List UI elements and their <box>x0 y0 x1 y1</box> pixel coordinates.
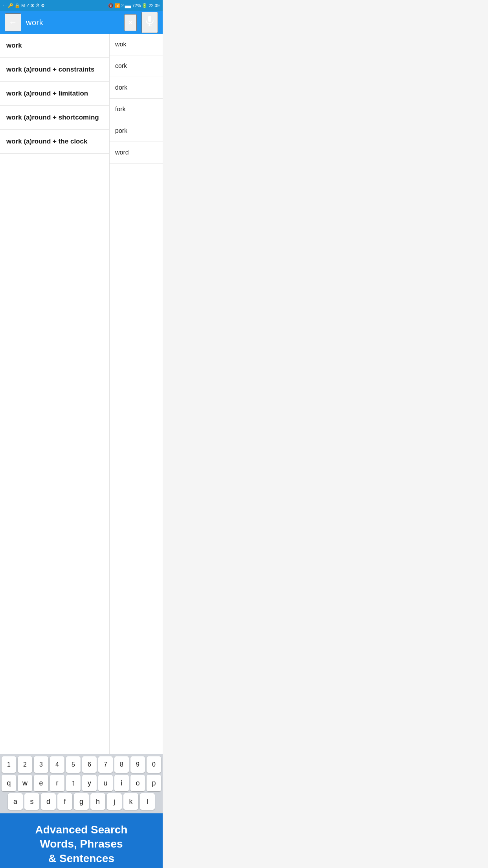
key-1[interactable]: 1 <box>2 756 16 773</box>
email-icon: ✉ <box>31 3 34 8</box>
status-bar: ··· 🔑 🔒 M ✓ ✉ ⏱ ⚙ 🔇 📶 2 ▄▄ 72% 🔋 22:09 <box>0 0 163 11</box>
time-display: 22:09 <box>149 3 160 8</box>
key-3[interactable]: 3 <box>34 756 48 773</box>
right-suggestions-panel: wok cork dork fork pork word <box>110 34 163 754</box>
menu-icon: ··· <box>3 3 7 8</box>
key-g[interactable]: g <box>74 793 89 810</box>
key-icon: 🔑 <box>8 3 13 8</box>
svg-rect-0 <box>148 16 151 22</box>
key-2[interactable]: 2 <box>18 756 32 773</box>
search-bar: ← work × <box>0 11 163 34</box>
signal-icon: ▄▄ <box>125 3 131 8</box>
keyboard-row-numbers: 1 2 3 4 5 6 7 8 9 0 <box>2 756 161 773</box>
suggestion-item-work-shortcoming[interactable]: work (a)round + shortcoming <box>0 106 109 130</box>
check-icon: ✓ <box>26 3 29 8</box>
key-0[interactable]: 0 <box>147 756 161 773</box>
key-4[interactable]: 4 <box>50 756 64 773</box>
status-icons-left: ··· 🔑 🔒 M ✓ ✉ ⏱ ⚙ <box>3 3 45 8</box>
key-5[interactable]: 5 <box>66 756 81 773</box>
key-e[interactable]: e <box>34 775 48 791</box>
key-y[interactable]: y <box>82 775 97 791</box>
key-k[interactable]: k <box>123 793 138 810</box>
suggestion-item-work-constraints[interactable]: work (a)round + constraints <box>0 58 109 82</box>
key-r[interactable]: r <box>50 775 64 791</box>
search-query-text: work <box>26 18 119 27</box>
lock-icon: 🔒 <box>15 3 20 8</box>
battery-icon: 🔋 <box>142 3 147 8</box>
word-suggestion-wok[interactable]: wok <box>110 34 163 55</box>
key-s[interactable]: s <box>24 793 39 810</box>
gmail-icon: M <box>21 3 25 8</box>
key-l[interactable]: l <box>140 793 155 810</box>
suggestions-container: work work (a)round + constraints work (a… <box>0 34 163 754</box>
key-6[interactable]: 6 <box>82 756 97 773</box>
clear-button[interactable]: × <box>124 14 137 31</box>
battery-percent: 72% <box>132 3 141 8</box>
settings-icon: ⚙ <box>41 3 45 8</box>
key-q[interactable]: q <box>2 775 16 791</box>
banner: Advanced Search Words, Phrases & Sentenc… <box>0 813 163 868</box>
mic-button[interactable] <box>141 12 158 33</box>
timer-icon: ⏱ <box>35 3 40 8</box>
key-p[interactable]: p <box>147 775 161 791</box>
key-h[interactable]: h <box>90 793 105 810</box>
key-7[interactable]: 7 <box>98 756 113 773</box>
status-icons-right: 🔇 📶 2 ▄▄ 72% 🔋 22:09 <box>108 3 160 8</box>
suggestion-item-work-limitation[interactable]: work (a)round + limitation <box>0 82 109 106</box>
keyboard-row-asdf: a s d f g h j k l <box>2 793 161 810</box>
keyboard-row-qwerty: q w e r t y u i o p <box>2 775 161 791</box>
back-button[interactable]: ← <box>5 13 21 31</box>
key-9[interactable]: 9 <box>130 756 145 773</box>
key-8[interactable]: 8 <box>114 756 129 773</box>
banner-text: Advanced Search Words, Phrases & Sentenc… <box>8 823 155 866</box>
word-suggestion-pork[interactable]: pork <box>110 120 163 142</box>
key-w[interactable]: w <box>18 775 32 791</box>
wifi-icon: 📶 <box>115 3 120 8</box>
word-suggestion-cork[interactable]: cork <box>110 55 163 77</box>
key-j[interactable]: j <box>107 793 122 810</box>
bluetooth-icon: 🔇 <box>108 3 114 8</box>
suggestion-item-work-clock[interactable]: work (a)round + the clock <box>0 130 109 154</box>
key-t[interactable]: t <box>66 775 81 791</box>
word-suggestion-fork[interactable]: fork <box>110 99 163 120</box>
keyboard: 1 2 3 4 5 6 7 8 9 0 q w e r t y u i o p … <box>0 754 163 813</box>
key-f[interactable]: f <box>57 793 72 810</box>
key-i[interactable]: i <box>114 775 129 791</box>
suggestion-item-work[interactable]: work <box>0 34 109 58</box>
key-a[interactable]: a <box>8 793 23 810</box>
network-badge: 2 <box>121 3 124 8</box>
word-suggestion-word[interactable]: word <box>110 142 163 164</box>
left-suggestions-panel: work work (a)round + constraints work (a… <box>0 34 110 754</box>
word-suggestion-dork[interactable]: dork <box>110 77 163 99</box>
key-u[interactable]: u <box>98 775 113 791</box>
key-d[interactable]: d <box>41 793 56 810</box>
key-o[interactable]: o <box>130 775 145 791</box>
